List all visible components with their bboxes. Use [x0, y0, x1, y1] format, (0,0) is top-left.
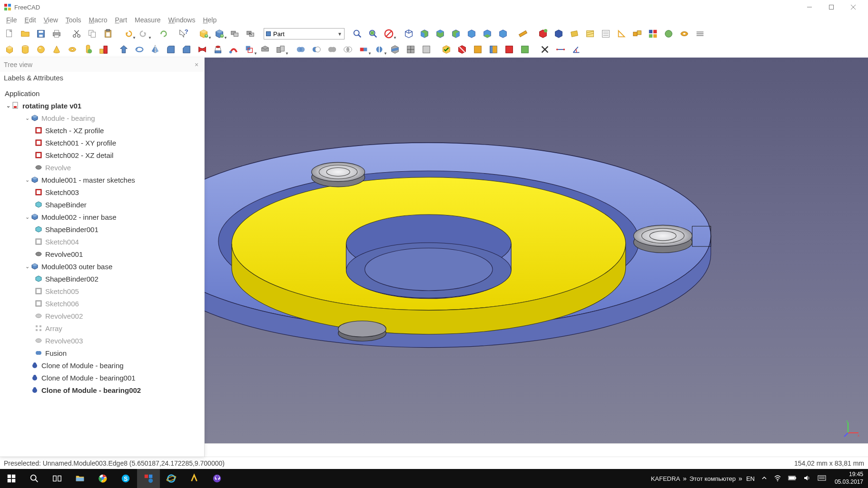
delete-button[interactable] — [538, 42, 552, 57]
tree-item[interactable]: Sketch001 - XY profile — [0, 137, 204, 149]
skype-taskbar-icon[interactable]: S — [114, 469, 137, 488]
undo-button[interactable]: ▼ — [121, 27, 135, 41]
tree-item[interactable]: ShapeBinder002 — [0, 273, 204, 285]
angle-button[interactable] — [614, 27, 629, 41]
torus-button[interactable] — [677, 27, 691, 41]
tree-item[interactable]: ⌄Module - bearing — [0, 112, 204, 124]
tree-item[interactable]: Fusion — [0, 347, 204, 359]
check-button[interactable] — [439, 42, 454, 57]
copy-button[interactable] — [85, 27, 99, 41]
volume-icon[interactable] — [803, 474, 811, 483]
tree-item[interactable]: Revolve — [0, 161, 204, 174]
zoom-fit-button[interactable] — [350, 27, 365, 41]
tree-item[interactable]: Clone of Module - bearing — [0, 359, 204, 371]
boolean-button[interactable] — [294, 42, 308, 57]
print-button[interactable] — [49, 27, 64, 41]
tree-item[interactable]: Sketch002 - XZ detail — [0, 149, 204, 161]
wifi-icon[interactable] — [774, 474, 781, 483]
thickness-button[interactable] — [258, 42, 272, 57]
ruled-button[interactable] — [195, 42, 209, 57]
appearance-4-button[interactable] — [518, 42, 532, 57]
prim-cylinder-button[interactable] — [18, 42, 32, 57]
tree-item[interactable]: Revolve003 — [0, 334, 204, 347]
extrude-button[interactable] — [117, 42, 131, 57]
offset-button[interactable]: ▼ — [242, 42, 256, 57]
save-button[interactable] — [34, 27, 48, 41]
measure-linear-button[interactable] — [553, 42, 568, 57]
cut-button[interactable] — [69, 27, 84, 41]
tray-up-icon[interactable] — [761, 475, 767, 482]
defeature-button[interactable] — [455, 42, 469, 57]
prim-torus-button[interactable] — [65, 42, 79, 57]
task-view-button[interactable] — [46, 469, 69, 488]
part-list-button[interactable] — [599, 27, 613, 41]
taskbar-text-2[interactable]: Этот компьютер — [687, 475, 739, 482]
prim-cone-button[interactable] — [49, 42, 64, 57]
tree-item[interactable]: Revolve002 — [0, 310, 204, 322]
split-button[interactable]: ▼ — [372, 42, 386, 57]
menu-tools[interactable]: Tools — [62, 15, 85, 25]
body-create-button[interactable]: +▼ — [212, 27, 227, 41]
tree-item[interactable]: Array — [0, 322, 204, 334]
app-taskbar-icon[interactable] — [183, 469, 206, 488]
sphere-button[interactable] — [661, 27, 676, 41]
more-button[interactable] — [693, 27, 707, 41]
language-indicator[interactable]: EN — [746, 475, 755, 482]
prim-tube-button[interactable] — [81, 42, 95, 57]
menu-part[interactable]: Part — [111, 15, 131, 25]
loft-button[interactable] — [211, 42, 225, 57]
part-cube-button[interactable] — [552, 27, 566, 41]
front-view-button[interactable] — [417, 27, 432, 41]
menu-windows[interactable]: Windows — [165, 15, 199, 25]
top-view-button[interactable] — [433, 27, 447, 41]
maximize-button[interactable] — [820, 0, 842, 14]
open-file-button[interactable] — [18, 27, 32, 41]
new-file-button[interactable] — [2, 27, 17, 41]
close-button[interactable] — [842, 0, 864, 14]
right-view-button[interactable] — [449, 27, 463, 41]
start-button[interactable] — [0, 469, 23, 488]
compound-button[interactable]: ▼ — [274, 42, 288, 57]
tree-item[interactable]: ShapeBinder — [0, 198, 204, 211]
tree-item[interactable]: ⌄Module001 - master sketches — [0, 174, 204, 186]
iso-view-button[interactable] — [402, 27, 416, 41]
revolve-button[interactable] — [132, 42, 147, 57]
tree-root[interactable]: Application — [0, 87, 204, 99]
menu-macro[interactable]: Macro — [85, 15, 111, 25]
measure-button[interactable] — [516, 27, 530, 41]
tree-item[interactable]: ShapeBinder001 — [0, 223, 204, 235]
intersect-button[interactable] — [341, 42, 355, 57]
part-hatch-button[interactable] — [583, 27, 597, 41]
join-button[interactable]: ▼ — [356, 42, 371, 57]
appearance-2-button[interactable] — [486, 42, 501, 57]
chamfer-button[interactable] — [179, 42, 194, 57]
minimize-button[interactable] — [799, 0, 820, 14]
tree-item[interactable]: Clone of Module - bearing001 — [0, 371, 204, 384]
part-box-button[interactable] — [536, 27, 550, 41]
cut-bool-button[interactable] — [309, 42, 324, 57]
rear-view-button[interactable] — [464, 27, 479, 41]
sweep-button[interactable] — [227, 42, 241, 57]
prim-builder-button[interactable] — [97, 42, 111, 57]
whats-this-button[interactable]: ? — [177, 27, 191, 41]
link-button[interactable] — [244, 27, 258, 41]
tree-body[interactable]: Application ⌄ rotating plate v01 ⌄Module… — [0, 85, 204, 457]
tree-item[interactable]: ⌄Module002 - inner base — [0, 211, 204, 223]
tree-item[interactable]: Sketch - XZ profile — [0, 124, 204, 137]
chrome-taskbar-icon[interactable] — [91, 469, 114, 488]
prim-cube-button[interactable] — [2, 42, 17, 57]
menu-measure[interactable]: Measure — [131, 15, 164, 25]
ie-taskbar-icon[interactable] — [160, 469, 183, 488]
union-button[interactable] — [325, 42, 339, 57]
menu-edit[interactable]: Edit — [21, 15, 40, 25]
proj-button[interactable] — [419, 42, 434, 57]
tree-item[interactable]: ⌄Module003 outer base — [0, 260, 204, 273]
redo-button[interactable]: ▼ — [137, 27, 151, 41]
group-button[interactable] — [228, 27, 242, 41]
fillet-button[interactable] — [164, 42, 178, 57]
paste-button[interactable] — [101, 27, 115, 41]
workbench-selector[interactable]: Part ▼ — [264, 28, 345, 39]
refresh-button[interactable] — [157, 27, 171, 41]
appearance-1-button[interactable] — [471, 42, 485, 57]
color-button[interactable] — [646, 27, 660, 41]
